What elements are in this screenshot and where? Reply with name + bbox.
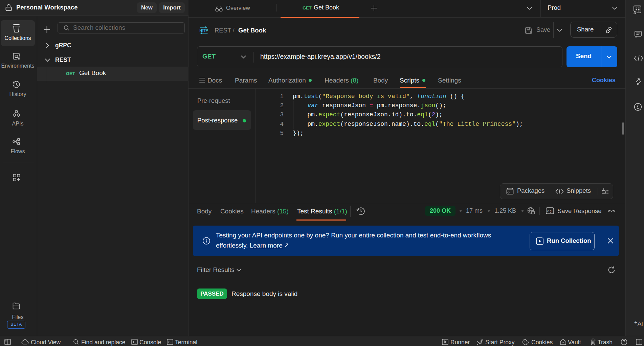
svg-text:HTTP: HTTP: [200, 28, 208, 32]
svg-text:e.g.: e.g.: [547, 209, 552, 213]
